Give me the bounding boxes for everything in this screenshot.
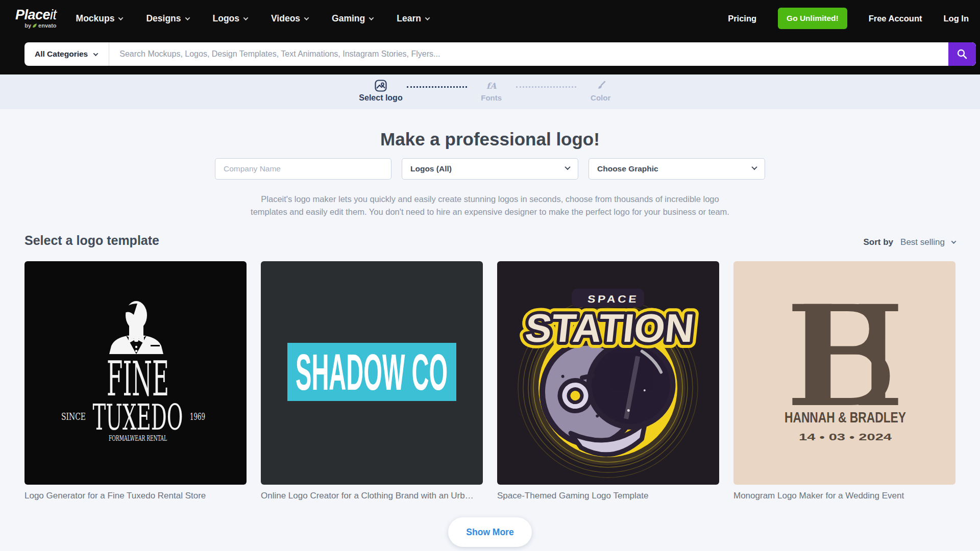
log-in-link[interactable]: Log In (944, 14, 969, 23)
nav-item-gaming[interactable]: Gaming (332, 13, 373, 24)
chevron-down-icon (243, 15, 249, 20)
step-fonts[interactable]: fA Fonts (471, 80, 512, 102)
nav-item-designs[interactable]: Designs (146, 13, 189, 24)
svg-text:1969: 1969 (190, 411, 205, 422)
space-station-logo: STATION STATION SPACE (497, 261, 719, 485)
logo-maker-stepper: Select logo fA Fonts Color (0, 74, 980, 109)
category-dropdown[interactable]: All Categories (24, 42, 109, 66)
template-caption[interactable]: Online Logo Creator for a Clothing Brand… (261, 491, 483, 501)
placeit-logo[interactable]: Placeit by envato (15, 8, 57, 29)
show-more-button[interactable]: Show More (448, 517, 532, 547)
page-title: Make a professional logo! (0, 109, 980, 150)
template-tile: SHADOW CO Online Logo Creator for a Clot… (261, 261, 483, 501)
chevron-down-icon (751, 164, 757, 170)
svg-text:SPACE: SPACE (587, 293, 639, 305)
envato-byline: by envato (24, 22, 56, 29)
main-content: Make a professional logo! Logos (All) Ch… (0, 109, 980, 547)
site-header: Placeit by envato Mockups Designs Logos … (0, 0, 980, 74)
search-icon (957, 48, 968, 60)
top-nav-row: Placeit by envato Mockups Designs Logos … (0, 0, 980, 37)
svg-text:TUXEDO: TUXEDO (93, 396, 183, 438)
logo-form: Logos (All) Choose Graphic (0, 158, 980, 180)
show-more-wrap: Show More (0, 517, 980, 547)
nav-item-learn[interactable]: Learn (397, 13, 429, 24)
monogram-logo: H B HANNAH & BRADLEY 14 • 03 • 2024 (733, 261, 955, 485)
chevron-down-icon (93, 51, 99, 56)
chevron-down-icon (118, 15, 124, 20)
svg-text:SHADOW CO: SHADOW CO (296, 343, 448, 400)
nav-item-logos[interactable]: Logos (213, 13, 248, 24)
sort-dropdown[interactable]: Best selling (900, 237, 945, 247)
template-grid: FINE TUXEDO SINCE 1969 FORMALWEAR RENTAL… (0, 261, 980, 501)
search-row: All Categories (0, 37, 980, 66)
fine-tuxedo-logo: FINE TUXEDO SINCE 1969 FORMALWEAR RENTAL (24, 261, 247, 485)
nav-item-videos[interactable]: Videos (271, 13, 308, 24)
template-card-monogram[interactable]: H B HANNAH & BRADLEY 14 • 03 • 2024 (733, 261, 955, 485)
chevron-down-icon (185, 15, 190, 20)
template-card-space-station[interactable]: STATION STATION SPACE (497, 261, 719, 485)
template-tile: H B HANNAH & BRADLEY 14 • 03 • 2024 Mono… (733, 261, 955, 501)
step-select-logo[interactable]: Select logo (359, 80, 402, 103)
svg-text:14 • 03 • 2024: 14 • 03 • 2024 (799, 432, 892, 442)
free-account-link[interactable]: Free Account (869, 14, 922, 23)
go-unlimited-button[interactable]: Go Unlimited! (778, 8, 847, 29)
chevron-down-icon (425, 15, 430, 20)
fonts-icon: fA (485, 80, 498, 92)
envato-leaf-icon (32, 23, 37, 28)
pricing-link[interactable]: Pricing (728, 14, 756, 23)
chevron-down-icon (565, 164, 570, 170)
logos-all-select[interactable]: Logos (All) (402, 158, 578, 180)
sort-control: Sort by Best selling (864, 237, 956, 247)
shadow-co-logo: SHADOW CO (261, 261, 483, 485)
template-caption[interactable]: Space-Themed Gaming Logo Template (497, 491, 719, 501)
image-icon (375, 80, 387, 92)
svg-text:SINCE: SINCE (61, 411, 86, 422)
hero-description: Placeit's logo maker lets you quickly an… (0, 193, 980, 218)
choose-graphic-select[interactable]: Choose Graphic (589, 158, 765, 180)
placeit-wordmark: Placeit (15, 8, 57, 22)
main-nav: Mockups Designs Logos Videos Gaming Lear… (76, 13, 429, 24)
nav-item-mockups[interactable]: Mockups (76, 13, 123, 24)
header-actions: Pricing Go Unlimited! Free Account Log I… (728, 8, 974, 29)
template-caption[interactable]: Monogram Logo Maker for a Wedding Event (733, 491, 955, 501)
template-caption[interactable]: Logo Generator for a Fine Tuxedo Rental … (24, 491, 247, 501)
chevron-down-icon (951, 239, 957, 244)
step-color[interactable]: Color (580, 80, 621, 102)
svg-text:fA: fA (486, 81, 497, 91)
templates-heading: Select a logo template (24, 233, 159, 248)
svg-text:HANNAH & BRADLEY: HANNAH & BRADLEY (785, 409, 906, 425)
stepper-connector (516, 86, 576, 88)
svg-text:STATION: STATION (523, 306, 696, 350)
chevron-down-icon (369, 15, 374, 20)
svg-text:FORMALWEAR RENTAL: FORMALWEAR RENTAL (109, 434, 167, 443)
search-bar: All Categories (24, 42, 976, 66)
template-card-shadow-co[interactable]: SHADOW CO (261, 261, 483, 485)
paintbrush-icon (595, 80, 607, 92)
chevron-down-icon (304, 15, 309, 20)
template-tile: FINE TUXEDO SINCE 1969 FORMALWEAR RENTAL… (24, 261, 247, 501)
search-button[interactable] (948, 42, 976, 66)
company-name-input[interactable] (215, 158, 391, 180)
search-input[interactable] (109, 42, 948, 66)
template-tile: STATION STATION SPACE Space-Themed Gamin… (497, 261, 719, 501)
template-card-fine-tuxedo[interactable]: FINE TUXEDO SINCE 1969 FORMALWEAR RENTAL (24, 261, 247, 485)
templates-section-head: Select a logo template Sort by Best sell… (0, 233, 980, 248)
stepper-connector (407, 86, 467, 88)
